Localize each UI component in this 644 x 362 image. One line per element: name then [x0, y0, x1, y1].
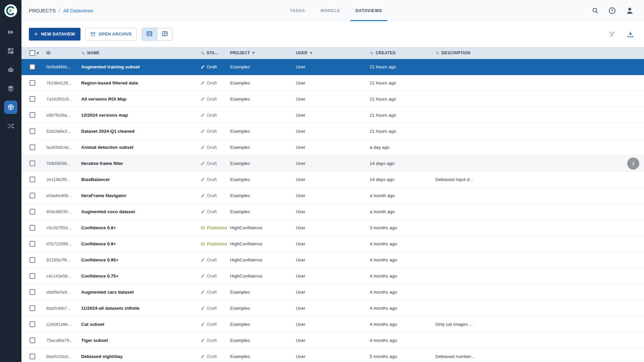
table-row[interactable]: 7a1fc892c5... All versions ROI Map Draft…: [21, 91, 644, 107]
table-row[interactable]: 8daf14bb7... 11/2024-all datasets infini…: [21, 300, 644, 316]
archive-icon: [90, 32, 96, 37]
row-name: IteraFrame Navigator: [75, 193, 197, 198]
table-row[interactable]: 92195e7f6... Confidence 0.95+ Draft High…: [21, 252, 644, 268]
column-header-user[interactable]: USER: [290, 47, 364, 59]
status-label: Draft: [207, 193, 217, 198]
row-status: Draft: [197, 113, 224, 118]
row-checkbox[interactable]: [30, 112, 35, 118]
row-user: User: [290, 193, 364, 198]
table-view-button[interactable]: [142, 28, 157, 40]
draft-pencil-icon: [201, 81, 205, 85]
row-id: fac60b6c4e...: [40, 145, 75, 150]
table-row[interactable]: c5c2b755d... Confidence 0.8+ Published H…: [21, 220, 644, 236]
table-row[interactable]: c4c143e5b... Confidence 0.75+ Draft High…: [21, 268, 644, 284]
open-archive-button[interactable]: OPEN ARCHIVE: [85, 28, 137, 41]
sort-icon[interactable]: [81, 51, 86, 55]
row-user: User: [290, 161, 364, 166]
sidebar-nav: [0, 23, 21, 135]
row-checkbox[interactable]: [30, 128, 35, 134]
user-avatar-icon[interactable]: [626, 6, 634, 15]
sort-icon[interactable]: [201, 51, 205, 55]
table-row[interactable]: 404c88030... Augmented coco dataset Draf…: [21, 204, 644, 220]
row-status: Draft: [197, 354, 224, 359]
new-dataview-button[interactable]: + NEW DATAVIEW: [29, 28, 80, 41]
row-checkbox[interactable]: [30, 193, 35, 198]
row-checkbox[interactable]: [30, 209, 35, 215]
row-name: Region-based filtered data: [75, 80, 197, 85]
table-row[interactable]: 2e11982f9... BiasBalancer Draft Examples…: [21, 172, 644, 188]
row-checkbox[interactable]: [30, 64, 35, 70]
draft-pencil-icon: [201, 65, 205, 69]
table-row[interactable]: c2e581a9e... Cat subset Draft Examples U…: [21, 316, 644, 333]
table-row[interactable]: d3b7fe39a... 12/2024 versions map Draft …: [21, 107, 644, 123]
table-row[interactable]: e0aebe40b... IteraFrame Navigator Draft …: [21, 188, 644, 204]
column-header-name[interactable]: NAME: [75, 47, 197, 59]
table-row[interactable]: fac60b6c4e... Animal detection subset Dr…: [21, 139, 644, 156]
table-row[interactable]: 7bfb59096... Iterative frame filter Draf…: [21, 156, 644, 172]
toolbar: + NEW DATAVIEW OPEN ARCHIVE: [21, 21, 644, 47]
row-checkbox[interactable]: [30, 257, 35, 263]
tab-tasks[interactable]: TASKS: [284, 0, 310, 21]
status-label: Draft: [207, 129, 217, 134]
column-header-status[interactable]: STA...: [197, 47, 224, 59]
table-row[interactable]: 75acaf6a79... Tiger subset Draft Example…: [21, 333, 644, 349]
row-info-button[interactable]: i: [627, 158, 639, 170]
table-row[interactable]: bba0c2dcd... Debiased night/day Draft Ex…: [21, 349, 644, 362]
search-icon[interactable]: [592, 7, 599, 14]
row-checkbox[interactable]: [30, 80, 35, 86]
column-header-created[interactable]: CREATED: [364, 47, 429, 59]
select-all-cell[interactable]: ▾: [21, 47, 40, 59]
sidebar-item-projects[interactable]: [0, 23, 21, 42]
row-checkbox[interactable]: [30, 321, 35, 327]
row-user: User: [290, 113, 364, 118]
row-checkbox[interactable]: [30, 241, 35, 247]
tab-dataviews[interactable]: DATAVIEWS: [350, 0, 387, 21]
column-header-description[interactable]: DESCRIPTION: [429, 47, 644, 59]
select-dropdown-caret[interactable]: ▾: [37, 51, 39, 55]
sidebar-item-queues[interactable]: [0, 42, 21, 60]
split-view-button[interactable]: [157, 28, 172, 40]
row-checkbox[interactable]: [30, 177, 35, 182]
row-name: Confidence 0.9+: [75, 241, 197, 246]
filter-icon[interactable]: [309, 51, 313, 55]
row-checkbox[interactable]: [30, 305, 35, 311]
row-created: 14 days ago: [364, 177, 429, 182]
row-checkbox[interactable]: [30, 161, 35, 166]
sidebar-item-datasets[interactable]: [0, 79, 21, 98]
sidebar-item-workers[interactable]: [0, 60, 21, 79]
download-icon[interactable]: [627, 31, 634, 38]
row-checkbox[interactable]: [30, 338, 35, 343]
filter-icon[interactable]: [252, 51, 255, 55]
tab-models[interactable]: MODELS: [315, 0, 345, 21]
table-row[interactable]: 0c0cd450c... Augmented training subset D…: [21, 59, 644, 75]
breadcrumb-current[interactable]: All Dataviews: [63, 8, 93, 13]
row-created: 5 months ago: [364, 354, 429, 359]
sort-icon[interactable]: [435, 51, 440, 55]
clearml-logo[interactable]: [4, 4, 17, 17]
row-checkbox[interactable]: [30, 354, 35, 359]
row-checkbox[interactable]: [30, 225, 35, 231]
sidebar-item-dataviews[interactable]: [0, 98, 21, 117]
select-all-checkbox[interactable]: [30, 50, 35, 56]
column-header-project[interactable]: PROJECT: [224, 47, 290, 59]
filter-reset-icon[interactable]: [608, 31, 615, 38]
table-row[interactable]: d7b710099... Confidence 0.9+ Published H…: [21, 236, 644, 252]
sidebar: [0, 0, 21, 362]
row-project: Examples: [224, 129, 290, 134]
column-header-id[interactable]: ID: [40, 47, 75, 59]
row-created: a day ago: [364, 145, 429, 150]
sidebar-item-pipelines[interactable]: [0, 117, 21, 135]
sort-icon[interactable]: [370, 51, 374, 55]
row-checkbox[interactable]: [30, 96, 35, 102]
row-checkbox-cell: [21, 144, 40, 150]
row-id: c4c143e5b...: [40, 274, 75, 279]
table-row[interactable]: dddf9e5a9... Augmented cars dataset Draf…: [21, 284, 644, 300]
row-checkbox[interactable]: [30, 289, 35, 295]
help-icon[interactable]: ?: [609, 7, 615, 14]
row-checkbox[interactable]: [30, 273, 35, 279]
table-row[interactable]: 7b19b4126... Region-based filtered data …: [21, 75, 644, 91]
breadcrumb-root[interactable]: PROJECTS: [29, 8, 56, 13]
row-checkbox[interactable]: [30, 144, 35, 150]
table-body: 0c0cd450c... Augmented training subset D…: [21, 59, 644, 362]
table-row[interactable]: 53d1fa6e3... Dataset 2024-Q1 cleaned Dra…: [21, 123, 644, 139]
